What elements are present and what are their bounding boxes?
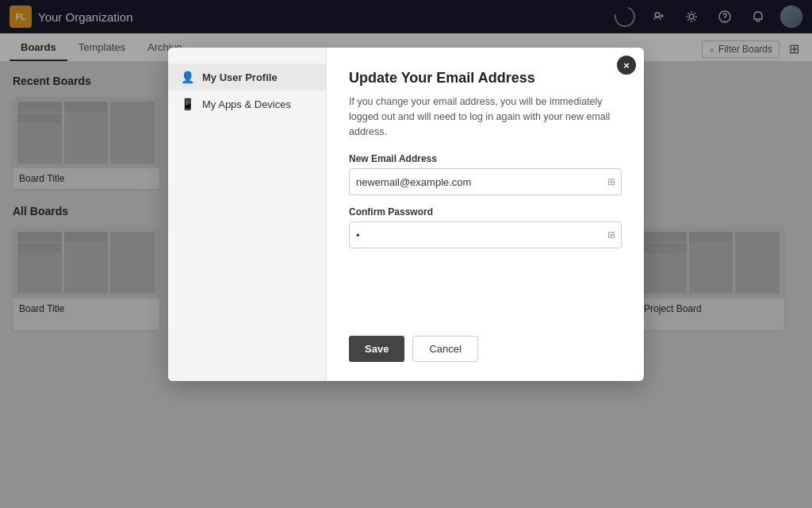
password-label: Confirm Password <box>349 206 622 217</box>
modal-sidebar: 👤 My User Profile 📱 My Apps & Devices <box>168 48 327 381</box>
email-label: New Email Address <box>349 153 622 164</box>
email-input-icon: ⊞ <box>607 176 615 187</box>
password-input-wrapper: ⊞ <box>349 221 622 248</box>
email-input-wrapper: ⊞ <box>349 168 622 195</box>
sidebar-item-my-apps-devices[interactable]: 📱 My Apps & Devices <box>168 90 326 117</box>
modal-actions: Save Cancel <box>349 320 622 362</box>
modal-title: Update Your Email Address <box>349 70 622 87</box>
email-form-group: New Email Address ⊞ <box>349 153 622 195</box>
modal-overlay: × 👤 My User Profile 📱 My Apps & Devices … <box>0 0 812 508</box>
user-profile-icon: 👤 <box>181 71 194 83</box>
cancel-button[interactable]: Cancel <box>412 336 477 362</box>
modal-body: Update Your Email Address If you change … <box>327 48 644 381</box>
password-input[interactable] <box>349 221 622 248</box>
password-form-group: Confirm Password ⊞ <box>349 206 622 248</box>
modal-description: If you change your email address, you wi… <box>349 94 622 139</box>
email-input[interactable] <box>349 168 622 195</box>
sidebar-item-my-user-profile[interactable]: 👤 My User Profile <box>168 64 326 90</box>
sidebar-item-label: My User Profile <box>202 71 278 83</box>
save-button[interactable]: Save <box>349 336 404 362</box>
sidebar-item-label: My Apps & Devices <box>202 98 291 110</box>
devices-icon: 📱 <box>181 98 194 110</box>
modal-shell: × 👤 My User Profile 📱 My Apps & Devices … <box>168 48 644 381</box>
modal-close-button[interactable]: × <box>617 56 636 75</box>
password-input-icon: ⊞ <box>607 229 615 241</box>
